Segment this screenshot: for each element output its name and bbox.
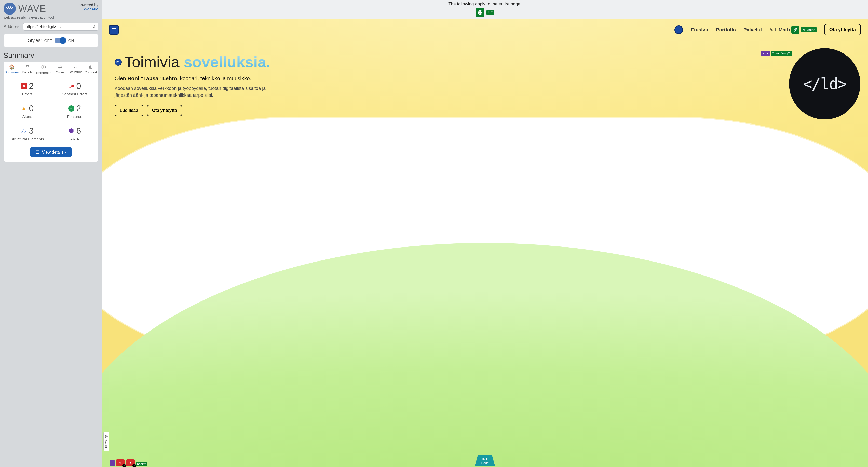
svg-rect-11 <box>112 30 116 30</box>
panel-tabs: 🏠 Summary ☲ Details ⓘ Reference ⇄ Order … <box>4 62 98 76</box>
cta-row: Lue lisää Ota yhteyttä <box>115 105 278 116</box>
cell-structural[interactable]: 3 Structural Elements <box>4 121 51 144</box>
structural-label: Structural Elements <box>6 137 49 141</box>
svg-rect-12 <box>112 31 116 31</box>
pencil-icon: ✎ <box>770 27 773 32</box>
tab-label: Summary <box>5 70 19 74</box>
role-img-badge[interactable]: *role="img"* <box>771 51 792 56</box>
tab-details[interactable]: ☲ Details <box>20 62 35 76</box>
powered-prefix: powered by <box>79 3 98 7</box>
brand: WAVE <box>4 3 54 15</box>
contrast-count: 0 <box>76 81 81 91</box>
home-icon: 🏠 <box>5 64 19 70</box>
section-title: Summary <box>4 52 98 60</box>
language-icon[interactable] <box>476 8 485 17</box>
annotation-link-icon[interactable] <box>791 26 800 34</box>
errors-label: Errors <box>6 92 49 96</box>
feature-icon: ✓ <box>68 105 74 112</box>
tab-order[interactable]: ⇄ Order <box>52 62 67 76</box>
hero-desc: Koodaan sovelluksia verkkoon ja työpöydä… <box>115 85 278 99</box>
lang-badge[interactable]: *fi* <box>487 10 494 15</box>
address-box <box>23 23 98 31</box>
aria-badge-icon[interactable]: aria <box>761 51 770 56</box>
svg-point-6 <box>23 132 24 133</box>
sidebar-header: WAVE web accessibility evaluation tool p… <box>4 3 98 19</box>
contrast-icon: ◐ <box>84 64 97 70</box>
hero-logo-circle: </ld> <box>789 48 860 119</box>
h1-badge-icon[interactable]: h1 <box>115 59 122 66</box>
broken-link-icon-1[interactable]: × <box>116 459 125 466</box>
cta-contact-button[interactable]: Ota yhteyttä <box>147 105 182 116</box>
refresh-icon[interactable] <box>92 24 96 29</box>
svg-point-3 <box>22 131 23 132</box>
lead-bold: Roni "Tapsa" Lehto <box>127 75 177 81</box>
aria-label: ARIA <box>54 137 96 141</box>
order-icon: ⇄ <box>53 64 66 70</box>
code-label: Code <box>482 461 489 465</box>
tab-summary[interactable]: 🏠 Summary <box>4 62 20 76</box>
errors-count: 2 <box>29 81 34 91</box>
cell-aria[interactable]: 6 ARIA <box>51 121 98 144</box>
tab-label: Contrast <box>84 70 97 74</box>
webaim-link[interactable]: WebAIM <box>84 7 98 11</box>
contrast-icon <box>68 83 74 89</box>
annotation-heading-icon[interactable] <box>109 25 119 35</box>
cell-features[interactable]: ✓ 2 Features <box>51 99 98 121</box>
svg-point-8 <box>26 132 27 133</box>
view-details-button[interactable]: ☲ View details › <box>30 147 72 157</box>
nav-link-etusivu[interactable]: Etusivu <box>691 27 708 33</box>
powered-by: powered by WebAIM <box>79 3 98 11</box>
nav-link-lmath[interactable]: L'Math <box>775 27 790 33</box>
svg-rect-14 <box>678 29 681 29</box>
h1-part-b: sovelluksia. <box>184 54 270 70</box>
nav-link-palvelut[interactable]: Palvelut <box>743 27 762 33</box>
svg-point-0 <box>69 85 71 87</box>
nav-link-portfolio[interactable]: Portfolio <box>716 27 736 33</box>
styles-toggle[interactable] <box>55 38 66 43</box>
close-icon: × <box>122 464 126 467</box>
summary-grid: ✕ 2 Errors 0 Contrast Errors ▲ 0 Alerts <box>4 76 98 144</box>
code-icon: </> <box>482 457 488 461</box>
aria-stub-icon[interactable] <box>110 460 115 466</box>
info-icon: ⓘ <box>36 64 52 70</box>
features-count: 2 <box>76 103 81 113</box>
svg-rect-10 <box>112 28 116 29</box>
h1-part-a: Toimivia <box>124 54 184 70</box>
tab-reference[interactable]: ⓘ Reference <box>35 62 53 76</box>
site-nav: Etusivu Portfolio Palvelut ✎ L'Math *L'M… <box>102 19 868 35</box>
alerts-count: 0 <box>29 103 34 113</box>
svg-point-5 <box>21 132 22 133</box>
code-panel-tab[interactable]: </> Code <box>475 455 495 466</box>
tab-structure[interactable]: ⛬ Structure <box>67 62 83 76</box>
list-icon: ☲ <box>36 150 39 155</box>
tab-contrast[interactable]: ◐ Contrast <box>83 62 98 76</box>
structural-count: 3 <box>29 126 34 136</box>
annotation-list-icon[interactable] <box>675 26 683 34</box>
evaluated-page: Etusivu Portfolio Palvelut ✎ L'Math *L'M… <box>102 19 868 466</box>
aria-count: 6 <box>76 126 81 136</box>
cell-contrast-errors[interactable]: 0 Contrast Errors <box>51 76 98 99</box>
lmath-group: ✎ L'Math *L'Math* <box>770 26 816 34</box>
page-notice-text: The following apply to the entire page: <box>102 2 868 7</box>
lmath-badge[interactable]: *L'Math* <box>801 27 816 32</box>
cell-errors[interactable]: ✕ 2 Errors <box>4 76 51 99</box>
hero-logo-text: </ld> <box>803 75 847 93</box>
styles-toggle-box: Styles: OFF ON <box>4 34 98 47</box>
svg-point-1 <box>71 85 74 87</box>
brand-subtitle: web accessibility evaluation tool <box>4 15 54 19</box>
svg-point-4 <box>25 131 26 132</box>
hero-text: h1 Toimivia sovelluksia. Olen Roni "Taps… <box>115 53 278 116</box>
nav-contact-button[interactable]: Ota yhteyttä <box>824 24 861 35</box>
cta-read-more-button[interactable]: Lue lisää <box>115 105 144 116</box>
svg-point-2 <box>24 129 25 130</box>
styles-off-label: OFF <box>44 38 52 43</box>
summary-panel: 🏠 Summary ☲ Details ⓘ Reference ⇄ Order … <box>4 62 98 162</box>
tab-label: Details <box>23 70 33 74</box>
book-badge[interactable]: book"* <box>136 462 147 466</box>
cell-alerts[interactable]: ▲ 0 Alerts <box>4 99 51 121</box>
page-heading: Toimivia sovelluksia. <box>124 53 271 71</box>
privacy-tab[interactable]: Tietosuoja <box>103 432 109 451</box>
list-icon: ☲ <box>21 64 34 70</box>
address-input[interactable] <box>26 25 92 29</box>
broken-link-icon-2[interactable]: × <box>126 459 135 466</box>
